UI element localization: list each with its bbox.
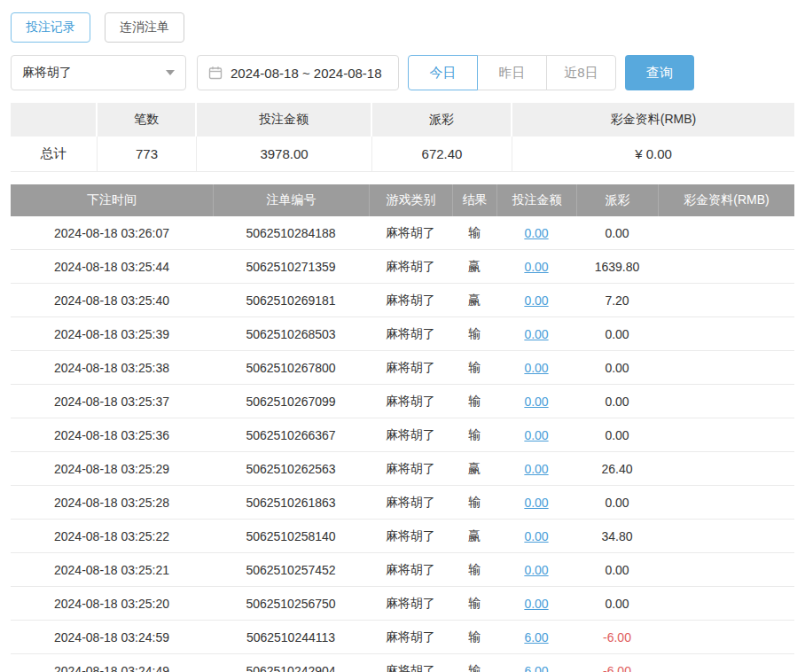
cell-game-type: 麻将胡了 [369, 351, 452, 385]
cell-game-type: 麻将胡了 [369, 250, 452, 284]
cell-order-id: 5062510267099 [213, 385, 369, 418]
cell-payout: 0.00 [576, 351, 658, 385]
table-row: 2024-08-18 03:25:28 5062510261863 麻将胡了 输… [11, 486, 794, 520]
summary-header-blank [11, 103, 98, 137]
cell-order-id: 5062510262563 [213, 452, 369, 486]
cell-payout: 0.00 [576, 486, 658, 520]
cell-bonus [658, 587, 794, 621]
cell-game-type: 麻将胡了 [369, 654, 452, 672]
cell-bet-amount: 0.00 [496, 587, 576, 621]
cell-bet-time: 2024-08-18 03:25:28 [11, 486, 213, 520]
cell-order-id: 5062510242904 [213, 654, 369, 672]
cell-payout: 7.20 [576, 284, 658, 317]
cell-payout: 0.00 [576, 317, 658, 351]
cell-result: 赢 [452, 452, 496, 486]
cell-game-type: 麻将胡了 [369, 385, 452, 418]
cell-order-id: 5062510271359 [213, 250, 369, 284]
table-row: 2024-08-18 03:25:37 5062510267099 麻将胡了 输… [11, 385, 794, 418]
bet-amount-link[interactable]: 6.00 [524, 630, 548, 645]
bet-amount-link[interactable]: 0.00 [524, 597, 548, 611]
cell-result: 输 [452, 317, 496, 351]
header-payout: 派彩 [576, 184, 658, 216]
summary-header-bonus: 彩金资料(RMB) [512, 103, 794, 137]
cell-payout: 0.00 [576, 216, 658, 250]
header-bonus: 彩金资料(RMB) [658, 184, 794, 216]
bet-amount-link[interactable]: 0.00 [524, 428, 548, 442]
query-button[interactable]: 查询 [625, 55, 694, 90]
bet-amount-link[interactable]: 0.00 [524, 462, 548, 476]
cell-order-id: 5062510268503 [213, 317, 369, 351]
cell-bonus [658, 486, 794, 520]
cell-order-id: 5062510244113 [213, 621, 369, 654]
table-row: 2024-08-18 03:25:29 5062510262563 麻将胡了 赢… [11, 452, 794, 486]
cell-bet-amount: 6.00 [496, 654, 576, 672]
records-table: 下注时间 注单编号 游戏类别 结果 投注金额 派彩 彩金资料(RMB) 2024… [11, 184, 794, 672]
quick-date-group: 今日 昨日 近8日 [408, 55, 616, 90]
game-select[interactable]: 麻将胡了 [11, 55, 186, 90]
bet-amount-link[interactable]: 6.00 [524, 664, 548, 672]
cell-order-id: 5062510258140 [213, 520, 369, 553]
bet-amount-link[interactable]: 0.00 [524, 226, 548, 240]
table-row: 2024-08-18 03:24:49 5062510242904 麻将胡了 输… [11, 654, 794, 672]
header-bet-time: 下注时间 [11, 184, 213, 216]
cell-game-type: 麻将胡了 [369, 520, 452, 553]
cell-game-type: 麻将胡了 [369, 317, 452, 351]
summary-total-label: 总计 [11, 137, 98, 172]
cell-bet-time: 2024-08-18 03:25:38 [11, 351, 213, 385]
bet-amount-link[interactable]: 0.00 [524, 496, 548, 510]
tab-betting-records[interactable]: 投注记录 [11, 12, 90, 43]
cell-payout: -6.00 [576, 621, 658, 654]
summary-header-count: 笔数 [98, 103, 197, 137]
date-range-value: 2024-08-18 ~ 2024-08-18 [231, 66, 382, 81]
cell-payout: -6.00 [576, 654, 658, 672]
bet-amount-link[interactable]: 0.00 [524, 361, 548, 375]
cell-result: 输 [452, 486, 496, 520]
bet-amount-link[interactable]: 0.00 [524, 327, 548, 341]
summary-total-count: 773 [98, 137, 197, 172]
last-8-days-button[interactable]: 近8日 [546, 55, 616, 90]
cell-payout: 0.00 [576, 418, 658, 452]
cell-game-type: 麻将胡了 [369, 553, 452, 587]
table-row: 2024-08-18 03:25:44 5062510271359 麻将胡了 赢… [11, 250, 794, 284]
cell-bet-amount: 0.00 [496, 385, 576, 418]
cell-order-id: 5062510266367 [213, 418, 369, 452]
cell-order-id: 5062510267800 [213, 351, 369, 385]
date-range-picker[interactable]: 2024-08-18 ~ 2024-08-18 [197, 55, 399, 90]
tab-cancelled-orders[interactable]: 连消注单 [105, 12, 184, 43]
game-select-value: 麻将胡了 [22, 65, 72, 81]
cell-game-type: 麻将胡了 [369, 587, 452, 621]
today-button[interactable]: 今日 [408, 55, 478, 90]
summary-total-row: 总计 773 3978.00 672.40 ¥ 0.00 [11, 137, 794, 172]
cell-bet-amount: 0.00 [496, 553, 576, 587]
cell-result: 输 [452, 654, 496, 672]
cell-payout: 34.80 [576, 520, 658, 553]
cell-bonus [658, 216, 794, 250]
calendar-icon [208, 66, 223, 80]
cell-bet-amount: 0.00 [496, 351, 576, 385]
bet-amount-link[interactable]: 0.00 [524, 563, 548, 577]
cell-result: 输 [452, 553, 496, 587]
filter-bar: 麻将胡了 2024-08-18 ~ 2024-08-18 今日 昨日 近8日 查… [11, 55, 794, 90]
cell-bet-time: 2024-08-18 03:25:36 [11, 418, 213, 452]
cell-result: 赢 [452, 284, 496, 317]
yesterday-button[interactable]: 昨日 [477, 55, 547, 90]
cell-result: 输 [452, 351, 496, 385]
cell-bet-amount: 6.00 [496, 621, 576, 654]
cell-bonus [658, 351, 794, 385]
cell-game-type: 麻将胡了 [369, 486, 452, 520]
cell-bet-amount: 0.00 [496, 520, 576, 553]
bet-amount-link[interactable]: 0.00 [524, 395, 548, 409]
summary-table: 笔数 投注金额 派彩 彩金资料(RMB) 总计 773 3978.00 672.… [11, 103, 794, 172]
table-row: 2024-08-18 03:26:07 5062510284188 麻将胡了 输… [11, 216, 794, 250]
cell-bonus [658, 553, 794, 587]
cell-bet-time: 2024-08-18 03:24:59 [11, 621, 213, 654]
table-row: 2024-08-18 03:25:20 5062510256750 麻将胡了 输… [11, 587, 794, 621]
bet-amount-link[interactable]: 0.00 [524, 260, 548, 274]
records-header-row: 下注时间 注单编号 游戏类别 结果 投注金额 派彩 彩金资料(RMB) [11, 184, 794, 216]
cell-bet-time: 2024-08-18 03:25:20 [11, 587, 213, 621]
cell-bonus [658, 621, 794, 654]
bet-amount-link[interactable]: 0.00 [524, 529, 548, 543]
bet-amount-link[interactable]: 0.00 [524, 293, 548, 308]
header-order-id: 注单编号 [213, 184, 369, 216]
cell-bet-time: 2024-08-18 03:25:40 [11, 284, 213, 317]
